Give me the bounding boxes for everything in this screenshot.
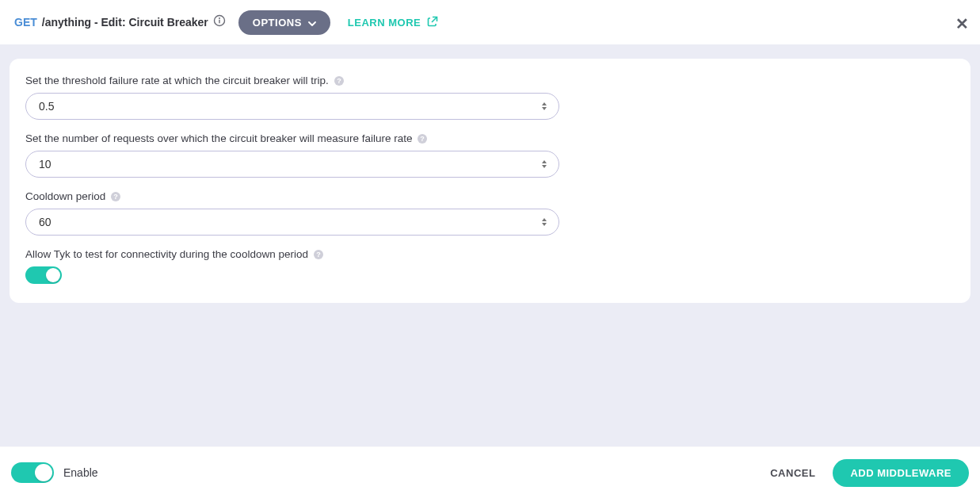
footer-right: CANCEL ADD MIDDLEWARE — [770, 459, 969, 487]
footer-left: Enable — [11, 462, 98, 483]
info-icon[interactable] — [213, 14, 226, 30]
svg-rect-2 — [219, 20, 219, 24]
requests-label-text: Set the number of requests over which th… — [25, 132, 412, 144]
cooldown-input-wrapper — [25, 209, 559, 236]
requests-input[interactable] — [25, 151, 559, 178]
modal-footer: Enable CANCEL ADD MIDDLEWARE — [0, 446, 980, 498]
threshold-label-text: Set the threshold failure rate at which … — [25, 75, 329, 86]
enable-label: Enable — [63, 466, 98, 479]
cooldown-label-text: Cooldown period — [25, 190, 105, 202]
enable-toggle[interactable] — [11, 462, 54, 483]
cancel-button[interactable]: CANCEL — [770, 467, 815, 479]
threshold-input[interactable] — [25, 93, 559, 120]
connectivity-label: Allow Tyk to test for connectivity durin… — [25, 248, 955, 260]
connectivity-label-text: Allow Tyk to test for connectivity durin… — [25, 248, 308, 260]
svg-text:?: ? — [337, 77, 341, 85]
chevron-down-icon — [308, 17, 316, 29]
help-icon[interactable]: ? — [313, 249, 324, 260]
page-title: /anything - Edit: Circuit Breaker — [42, 16, 208, 29]
add-middleware-button[interactable]: ADD MIDDLEWARE — [833, 459, 969, 487]
connectivity-toggle[interactable] — [25, 266, 62, 284]
cooldown-input[interactable] — [25, 209, 559, 236]
threshold-field-group: Set the threshold failure rate at which … — [25, 75, 955, 120]
learn-more-link[interactable]: LEARN MORE — [348, 16, 438, 29]
requests-field-group: Set the number of requests over which th… — [25, 132, 955, 178]
connectivity-field-group: Allow Tyk to test for connectivity durin… — [25, 248, 955, 284]
svg-text:?: ? — [316, 251, 321, 259]
settings-card: Set the threshold failure rate at which … — [10, 59, 970, 303]
learn-more-label: LEARN MORE — [348, 17, 421, 29]
threshold-input-wrapper — [25, 93, 559, 120]
help-icon[interactable]: ? — [110, 191, 121, 202]
options-button[interactable]: OPTIONS — [238, 10, 330, 35]
svg-point-1 — [219, 17, 220, 19]
toggle-knob — [35, 464, 52, 481]
help-icon[interactable]: ? — [417, 133, 428, 144]
threshold-label: Set the threshold failure rate at which … — [25, 75, 955, 86]
close-button[interactable]: ✕ — [955, 14, 969, 33]
http-method-badge: GET — [14, 16, 37, 29]
modal-header: GET /anything - Edit: Circuit Breaker OP… — [0, 0, 980, 44]
requests-input-wrapper — [25, 151, 559, 178]
content-area: Set the threshold failure rate at which … — [0, 44, 980, 446]
cooldown-field-group: Cooldown period ? — [25, 190, 955, 236]
toggle-knob — [46, 268, 60, 282]
svg-text:?: ? — [114, 193, 119, 201]
requests-label: Set the number of requests over which th… — [25, 132, 955, 144]
svg-text:?: ? — [421, 135, 425, 143]
external-link-icon — [427, 16, 438, 29]
cooldown-label: Cooldown period ? — [25, 190, 955, 202]
options-button-label: OPTIONS — [253, 17, 302, 29]
close-icon: ✕ — [955, 15, 969, 33]
help-icon[interactable]: ? — [334, 75, 345, 86]
